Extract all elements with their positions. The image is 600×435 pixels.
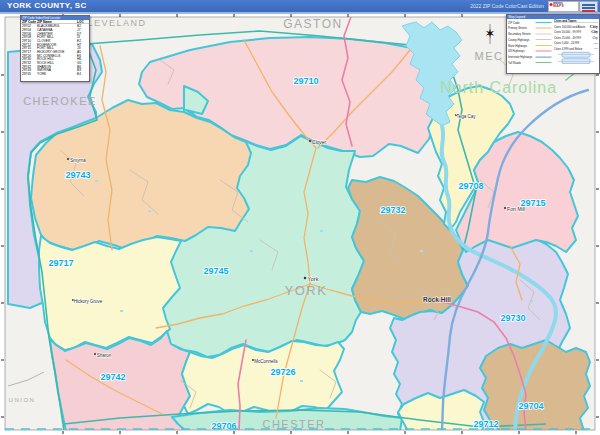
city-label-hickory-grove: Hickory Grove [74,299,103,304]
line-sample [535,32,552,35]
city-dot-smyrna [67,158,69,160]
city-sample: City [591,30,598,35]
legend-label: Toll Roads [508,61,521,64]
legend-label: Cities 4,999 and Below [554,47,582,50]
city-label-tega-cay: Tega Cay [456,114,476,119]
zip-label-29717: 29717 [48,258,73,268]
legend-label: Secondary Streets [508,32,531,35]
zip-label-29742: 29742 [100,372,125,382]
county-label-mecklenburg: MEC [475,50,504,62]
city-dot-sharon [94,353,96,355]
map-legend: Map Legend ZIP Code Primary Streets Seco… [506,14,600,74]
city-label-clover: Clover [312,139,327,145]
col-zip-name: ZIP Name [37,20,77,24]
legend-label: ZIP Code [508,21,520,24]
state-label-north-carolina: North Carolina [440,79,557,96]
zip-label-29732: 29732 [380,205,405,215]
highway-shield-sample [562,59,591,65]
line-sample [535,61,552,64]
map-page: CLEVELAND GASTON CHEROKEE MEC YORK CHEST… [0,0,600,435]
marketmaps-logo: Market MAPS [548,1,599,12]
city-sample: City [592,36,598,40]
cell: YORK [37,72,77,76]
legend-label: State Highways [508,44,527,47]
edition-label: 2022 ZIP Code ColorCast Edition [470,3,544,9]
zip-index-table: ZIP Code Index/Grid Locator ZIP Code ZIP… [20,15,90,82]
zip-region-29704 [480,340,590,431]
logo-info-line [582,10,595,12]
logo-info-box [579,1,598,12]
table-row: 29745YORKE4 [21,72,89,76]
col-zip-code: ZIP Code [22,20,37,24]
legend-label: Cities 25,000 - 49,999 [554,36,581,39]
legend-label: Cities 5,000 - 24,999 [554,41,579,44]
legend-cities-column: Cities and Towns Cities 100,000 and Abov… [553,19,599,66]
legend-row: Cities 4,999 and BelowCity [554,46,598,52]
county-label-cherokee: CHEROKEE [23,95,97,107]
city-label-smyrna: Smyrna [70,158,86,163]
cell: E4 [77,72,87,76]
zip-label-29704: 29704 [518,401,543,411]
city-dot-york [304,277,306,279]
legend-label: County Highways [508,38,529,41]
legend-cities-header: Cities and Towns [554,20,598,24]
city-label-sharon: Sharon [97,353,112,358]
legend-label: Cities 50,000 - 99,999 [554,30,581,33]
line-sample [535,44,552,47]
city-dot-fort-mill [504,207,506,209]
city-sample: City [594,47,598,50]
city-sample: City [593,41,598,44]
zip-label-29708: 29708 [458,181,483,191]
line-sample [535,27,552,30]
col-loc: LOC [77,20,87,24]
county-label-gaston: GASTON [283,17,342,31]
logo-brand-box: Market MAPS [548,1,579,12]
line-sample [535,21,552,24]
county-label-chester: CHESTER [262,418,325,430]
city-sample: City [590,24,598,29]
zip-label-29726: 29726 [270,367,295,377]
logo-info-line [582,4,595,6]
legend-label: Interstate Highways [508,55,532,58]
legend-label: US Highways [508,50,525,53]
zip-label-29712: 29712 [473,419,498,429]
city-label-fort-mill: Fort Mill [507,206,525,212]
city-label-mcconnells: McConnells [254,359,278,364]
county-label-union: UNION [9,397,36,403]
cell: 29745 [22,72,37,76]
zip-label-29730: 29730 [500,313,525,323]
svg-text:✶: ✶ [485,26,496,41]
logo-info-line [582,7,595,9]
page-title: YORK COUNTY, SC [7,1,87,10]
logo-text-bottom: MAPS [553,5,579,8]
legend-label: Cities 100,000 and Above [554,25,585,28]
legend-label: Primary Streets [508,27,527,30]
line-sample [535,38,552,41]
legend-roads-column: ZIP Code Primary Streets Secondary Stree… [507,19,553,66]
city-label-rock-hill: Rock Hill [423,296,451,303]
zip-label-29710: 29710 [293,76,318,86]
legend-row: Toll Roads [508,60,552,66]
highway-shield-sample [562,52,591,58]
zip-region-29717 [39,236,181,350]
city-dot-clover [309,140,311,142]
zip-label-29743: 29743 [65,170,90,180]
title-bar: YORK COUNTY, SC 2022 ZIP Code ColorCast … [0,0,600,12]
line-sample [535,50,552,53]
zip-label-29745: 29745 [203,266,228,276]
county-label-york: YORK [285,283,328,298]
city-label-york: York [308,276,319,282]
line-sample [535,55,552,58]
logo-mark-icon [550,3,553,6]
